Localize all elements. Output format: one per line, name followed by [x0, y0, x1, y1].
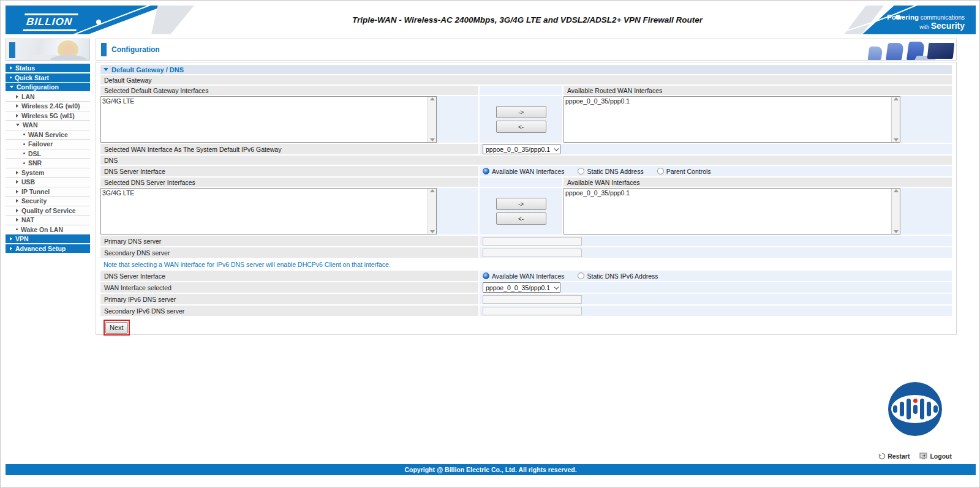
radio-available-wan-interfaces[interactable]	[483, 168, 489, 175]
restart-link[interactable]: Restart	[878, 452, 910, 460]
wan-interface-selected-label: WAN Interface selected	[100, 282, 478, 293]
available-wan-listbox[interactable]: pppoe_0_0_35/ppp0.1	[564, 188, 900, 235]
sidebar-item-nat[interactable]: NAT	[6, 216, 90, 225]
dns-move-right-button[interactable]: ->	[496, 198, 546, 210]
scroll-up-icon[interactable]	[430, 97, 435, 100]
selected-dns-server-listbox[interactable]: 3G/4G LTE	[100, 188, 437, 235]
sidebar-item-advanced-setup[interactable]: Advanced Setup	[6, 244, 90, 253]
decor-laptop	[927, 43, 955, 59]
section-header-default-gateway-dns[interactable]: Default Gateway / DNS	[100, 65, 952, 74]
sidebar-item-lan[interactable]: LAN	[6, 92, 90, 102]
group-label-dns: DNS	[100, 156, 952, 165]
available-dns-cell: pppoe_0_0_35/ppp0.1	[564, 188, 952, 235]
sidebar-item-label: Wireless 5G (wl1)	[21, 112, 75, 119]
chevron-down-icon	[554, 284, 559, 289]
sidebar-item-label: WAN	[23, 121, 38, 129]
dns-move-left-button[interactable]: <-	[496, 212, 546, 225]
decor-chair-1	[867, 47, 883, 60]
dns-move-buttons-cell: -> <-	[480, 188, 562, 235]
selected-dns-server-header: Selected DNS Server Interfaces	[100, 178, 478, 187]
sidebar-item-wan[interactable]: WAN	[6, 121, 90, 130]
chevron-right-icon	[16, 218, 18, 222]
sidebar-item-wan-service[interactable]: WAN Service	[6, 130, 90, 140]
session-links: Restart Logout	[878, 452, 952, 460]
sidebar-item-snr[interactable]: SNR	[6, 159, 90, 168]
logout-label: Logout	[930, 452, 952, 460]
chevron-down-icon	[16, 124, 20, 126]
scroll-up-icon[interactable]	[430, 189, 435, 192]
sidebar-item-label: SNR	[28, 159, 42, 167]
dns-server-interface-label: DNS Server Interface	[100, 166, 478, 176]
secondary-ipv6-dns-input[interactable]	[483, 307, 582, 315]
logout-link[interactable]: Logout	[919, 452, 952, 460]
restart-icon	[878, 452, 886, 460]
chevron-right-icon	[16, 199, 18, 203]
listbox-option[interactable]: 3G/4G LTE	[102, 189, 426, 197]
radio-label: Parent Controls	[666, 168, 711, 175]
primary-dns-label: Primary DNS server	[100, 236, 478, 246]
sidebar-item-security[interactable]: Security	[6, 197, 90, 206]
sidebar-item-vpn[interactable]: VPN	[6, 235, 90, 243]
sidebar-item-ip-tunnel[interactable]: IP Tunnel	[6, 187, 90, 197]
sidebar-item-dsl[interactable]: DSL	[6, 149, 90, 159]
next-button-highlight: Next	[104, 320, 130, 336]
listbox-scrollbar[interactable]	[891, 189, 900, 234]
ipv6-gateway-label: Selected WAN Interface As The System Def…	[100, 144, 478, 154]
radio-ipv6-available-wan-interfaces[interactable]	[483, 272, 489, 279]
sidebar-item-failover[interactable]: Failover	[6, 140, 90, 149]
secondary-ipv6-dns-label: Secondary IPv6 DNS server	[100, 306, 478, 316]
primary-ipv6-dns-input[interactable]	[483, 295, 582, 304]
available-gateway-cell: pppoe_0_0_35/ppp0.1	[564, 96, 952, 143]
spacer-cell	[480, 86, 562, 95]
selected-gateway-cell: 3G/4G LTE	[100, 96, 478, 143]
sidebar-item-quick-start[interactable]: Quick Start	[6, 73, 90, 82]
listbox-scrollbar[interactable]	[428, 189, 436, 234]
listbox-scrollbar[interactable]	[891, 97, 900, 142]
secondary-dns-label: Secondary DNS server	[100, 247, 478, 258]
ipv6-dns-server-interface-options: Available WAN Interfaces Static DNS IPv6…	[480, 271, 952, 281]
ipv6-dns-server-interface-label: DNS Server Interface	[100, 271, 478, 281]
gateway-move-left-button[interactable]: <-	[496, 121, 546, 133]
sidebar-item-wireless-2-4g-wl0[interactable]: Wireless 2.4G (wl0)	[6, 102, 90, 111]
sidebar-item-label: System	[21, 169, 44, 176]
radio-static-dns-address[interactable]	[578, 168, 584, 175]
listbox-option[interactable]: 3G/4G LTE	[102, 97, 426, 105]
scroll-up-icon[interactable]	[894, 189, 899, 192]
listbox-option[interactable]: pppoe_0_0_35/ppp0.1	[565, 97, 890, 105]
listbox-scrollbar[interactable]	[428, 97, 436, 142]
sidebar-item-wake-on-lan[interactable]: Wake On LAN	[6, 225, 90, 235]
ipv6-gateway-select[interactable]: pppoe_0_0_35/ppp0.1	[483, 144, 560, 154]
sidebar-item-configuration[interactable]: Configuration	[6, 83, 90, 91]
sidebar-item-label: LAN	[21, 93, 35, 100]
wan-interface-select[interactable]: pppoe_0_0_35/ppp0.1	[483, 282, 560, 293]
sidebar-item-label: Wireless 2.4G (wl0)	[21, 102, 80, 110]
radio-parent-controls[interactable]	[657, 168, 664, 175]
sidebar-item-usb[interactable]: USB	[6, 178, 90, 187]
primary-dns-input[interactable]	[483, 237, 582, 246]
scroll-up-icon[interactable]	[894, 97, 899, 100]
sidebar-menu: StatusQuick StartConfigurationLANWireles…	[6, 64, 90, 253]
sidebar-item-status[interactable]: Status	[6, 64, 90, 72]
gateway-move-right-button[interactable]: ->	[496, 106, 546, 118]
scroll-down-icon[interactable]	[430, 138, 435, 141]
sidebar-item-quality-of-service[interactable]: Quality of Service	[6, 206, 90, 216]
gateway-move-buttons-cell: -> <-	[480, 96, 562, 143]
page-title: Configuration	[111, 45, 160, 54]
chevron-right-icon	[10, 237, 12, 241]
radio-static-dns-ipv6-address[interactable]	[578, 272, 584, 279]
decor-chair-2	[886, 43, 904, 60]
listbox-option[interactable]: pppoe_0_0_35/ppp0.1	[565, 189, 890, 197]
scroll-down-icon[interactable]	[894, 230, 899, 233]
next-button[interactable]: Next	[105, 322, 128, 334]
scroll-down-icon[interactable]	[430, 230, 435, 233]
top-banner: BILLION Triple-WAN - Wireless-AC 2400Mbp…	[6, 6, 976, 34]
selected-default-gateway-listbox[interactable]: 3G/4G LTE	[100, 96, 437, 143]
sidebar-item-label: NAT	[21, 216, 34, 223]
secondary-dns-input[interactable]	[483, 249, 582, 257]
sidebar-item-wireless-5g-wl1[interactable]: Wireless 5G (wl1)	[6, 111, 90, 121]
spacer-cell	[480, 178, 562, 187]
available-routed-wan-listbox[interactable]: pppoe_0_0_35/ppp0.1	[564, 96, 900, 143]
radio-label: Available WAN Interfaces	[492, 272, 564, 280]
scroll-down-icon[interactable]	[894, 138, 899, 141]
sidebar-item-system[interactable]: System	[6, 168, 90, 178]
